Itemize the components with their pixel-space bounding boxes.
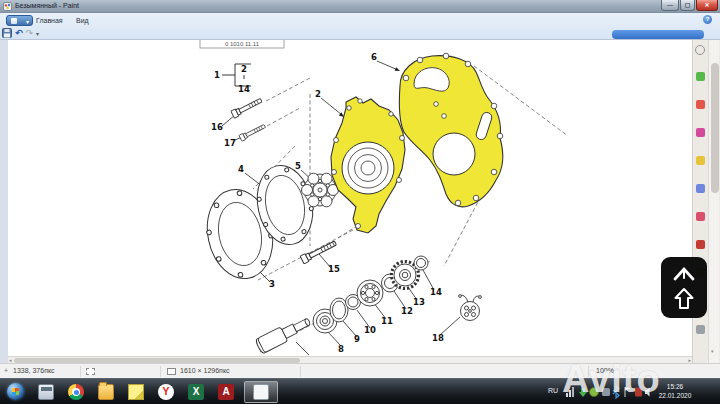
catalog-code-box: 0 1010 11.11 — [200, 40, 284, 48]
taskbar-item-chrome[interactable] — [62, 381, 90, 403]
callout-label: 12 — [401, 306, 413, 316]
scroll-down-icon[interactable]: ▾ — [711, 348, 714, 354]
catalog-code: 0 1010 11.11 — [225, 41, 260, 47]
part-housing-2 — [331, 97, 405, 233]
image-size-icon — [167, 368, 176, 375]
windows-logo-icon — [12, 388, 19, 395]
panel-profile-icon[interactable] — [695, 45, 705, 55]
paint-menu-button[interactable]: ▾ — [6, 15, 33, 26]
callout-label: 15 — [328, 264, 340, 274]
paint-canvas[interactable]: 0 1010 11.11 — [8, 40, 692, 356]
panel-app-icon[interactable] — [696, 212, 705, 221]
yandex-browser-icon: Y — [158, 384, 174, 400]
callout-label: 14 — [430, 287, 442, 297]
taskbar-item-paint-active[interactable] — [244, 381, 278, 403]
taskbar-item-yandex[interactable]: Y — [152, 381, 180, 403]
excel-icon: X — [188, 384, 204, 400]
separator — [80, 366, 81, 377]
panel-app-icon[interactable] — [696, 240, 705, 249]
flag-icon[interactable] — [625, 387, 631, 397]
callout-label: 6 — [371, 52, 377, 62]
callout-label: 8 — [338, 344, 344, 354]
vertical-scroll-thumb[interactable] — [711, 63, 719, 193]
part-bolt-15 — [300, 239, 337, 264]
callout-label: 10 — [364, 325, 376, 335]
close-button[interactable]: ✕ — [696, 0, 718, 11]
separator — [588, 366, 589, 377]
security-icon[interactable] — [635, 388, 642, 397]
part-shaft-7 — [255, 314, 313, 354]
taskbar-item-explorer[interactable] — [92, 381, 120, 403]
quick-access-toolbar: ↶ ↷ ▾ — [2, 27, 39, 39]
paint-icon — [253, 384, 269, 400]
callout-label: 16 — [211, 122, 223, 132]
callout-label: 9 — [354, 334, 360, 344]
selection-size-icon — [86, 368, 95, 375]
exploded-parts-diagram: 0 1010 11.11 — [8, 40, 692, 356]
minimize-button[interactable]: — — [661, 0, 679, 11]
taskbar-item-excel[interactable]: X — [182, 381, 210, 403]
callout-label: 2 — [241, 64, 247, 74]
redo-icon[interactable]: ↷ — [26, 28, 34, 38]
callout-label: 13 — [413, 297, 425, 307]
taskbar-item-adobe[interactable]: A — [212, 381, 240, 403]
callout-label: 4 — [238, 164, 244, 174]
tray-icons — [566, 384, 650, 400]
part-bolt-16 — [231, 97, 263, 119]
panel-app-icon[interactable] — [696, 72, 705, 81]
panel-app-icon[interactable] — [696, 128, 705, 137]
undo-icon[interactable]: ↶ — [15, 28, 23, 38]
help-icon[interactable]: ? — [703, 15, 712, 24]
taskbar-item-calculator[interactable] — [32, 381, 60, 403]
adobe-reader-icon: A — [218, 384, 234, 400]
tab-view[interactable]: Вид — [72, 14, 93, 27]
image-size: 1610 × 1296пкс — [180, 367, 230, 374]
callout-label: 18 — [432, 333, 444, 343]
bluetooth-icon[interactable] — [613, 386, 619, 398]
network-icon[interactable] — [566, 387, 574, 397]
tab-home[interactable]: Главная — [32, 14, 67, 27]
part-plug-18 — [459, 295, 482, 321]
taskbar-item-sticky-notes[interactable] — [122, 381, 150, 403]
scroll-buttons-overlay — [661, 257, 707, 318]
horizontal-scrollbar[interactable]: ◂ ▸ — [8, 356, 692, 363]
maximize-button[interactable]: ▢ — [680, 0, 695, 11]
separator — [160, 366, 161, 377]
folder-icon — [98, 384, 114, 400]
callout-label: 14 — [238, 84, 250, 94]
scroll-to-top-icon[interactable] — [676, 289, 693, 308]
update-icon[interactable] — [579, 388, 587, 397]
antivirus-icon[interactable] — [590, 388, 599, 397]
panel-app-icon[interactable] — [696, 184, 705, 193]
tray-date: 22.01.2020 — [651, 391, 699, 400]
callout-label: 2 — [315, 89, 321, 99]
calculator-icon — [38, 384, 54, 400]
qat-dropdown-icon[interactable]: ▾ — [36, 30, 39, 37]
save-icon[interactable] — [2, 28, 12, 38]
callout-label: 17 — [224, 138, 236, 148]
panel-pencil-icon[interactable] — [696, 325, 705, 334]
paint-statusbar: + 1338, 376пкс 1610 × 1296пкс 100% − + — [0, 363, 720, 378]
messenger-icon[interactable] — [602, 388, 610, 396]
chrome-icon — [68, 384, 84, 400]
cursor-position: 1338, 376пкс — [13, 367, 55, 374]
panel-app-icon[interactable] — [696, 100, 705, 109]
vertical-scrollbar[interactable]: ▾ — [708, 40, 719, 363]
clock[interactable]: 15:26 22.01.2020 — [651, 382, 699, 400]
part-bolt-17 — [239, 123, 266, 141]
callout-label: 11 — [381, 316, 393, 326]
callout-label: 5 — [295, 161, 301, 171]
panel-app-icon[interactable] — [696, 156, 705, 165]
scroll-up-icon[interactable] — [675, 269, 693, 279]
paint-menu-icon — [11, 18, 17, 24]
paint-workarea: 0 1010 11.11 — [0, 40, 720, 363]
separator — [300, 366, 301, 377]
tray-time: 15:26 — [651, 382, 699, 391]
crosshair-icon: + — [4, 367, 8, 374]
start-button[interactable] — [7, 383, 24, 400]
volume-icon[interactable] — [645, 388, 650, 397]
paint-app-icon — [3, 2, 12, 11]
language-indicator[interactable]: RU — [548, 387, 558, 394]
part-bearing-11 — [357, 280, 383, 306]
paint-menu-caret-icon: ▾ — [26, 18, 29, 25]
